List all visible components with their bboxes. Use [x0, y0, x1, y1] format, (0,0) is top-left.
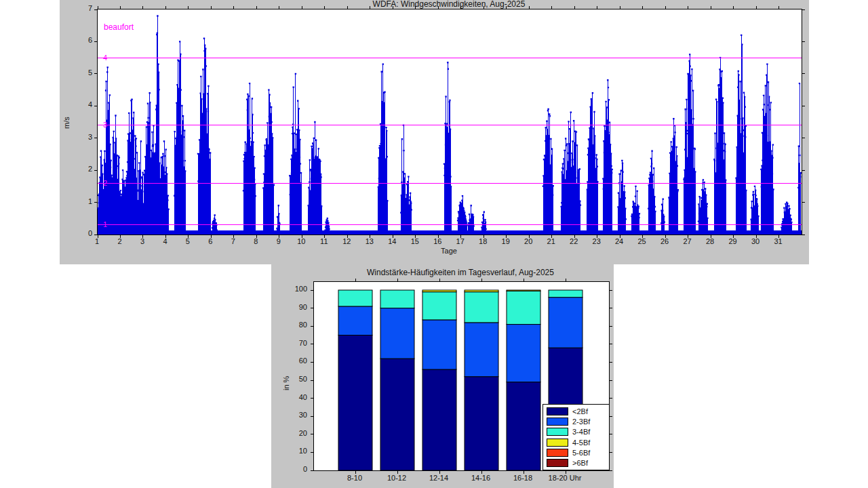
x-tick-label: 23 [593, 237, 601, 246]
bar-segment-<2Bf-12-14 [422, 369, 456, 470]
x-tick-label: 20 [524, 237, 532, 246]
legend-swatch [547, 449, 568, 457]
legend-swatch [547, 439, 568, 447]
legend: <2Bf2-3Bf3-4Bf4-5Bf5-6Bf>6Bf [542, 404, 610, 470]
legend-label: >6Bf [572, 459, 588, 467]
x-tick-label: 21 [547, 237, 555, 246]
beaufort-line-label-1: 1 [103, 220, 107, 228]
x-tick-label: 8 [254, 237, 258, 246]
legend-item->6Bf: >6Bf [547, 458, 605, 468]
y-tick-label: 40 [288, 393, 307, 402]
y-tick-label: 0 [288, 465, 307, 474]
wind-speed-ylabel: m/s [62, 117, 71, 129]
x-tick-label: 29 [728, 237, 736, 246]
y-tick-label: 1 [72, 197, 92, 206]
x-tick-label: 3 [140, 237, 144, 246]
legend-item-2-3Bf: 2-3Bf [547, 417, 605, 426]
y-tick-label: 50 [288, 375, 307, 384]
legend-label: 3-4Bf [572, 428, 590, 436]
legend-item-3-4Bf: 3-4Bf [547, 427, 605, 436]
wind-speed-xlabel: Tage [441, 247, 457, 255]
x-tick-label: 1 [95, 237, 99, 246]
x-category-label: 18-20 Uhr [549, 474, 582, 483]
x-tick-label: 18 [479, 237, 487, 246]
bar-segment-2-3Bf-12-14 [422, 320, 456, 369]
legend-swatch [547, 418, 568, 426]
wind-frequency-figure: Windstärke-Häufigkeiten im Tagesverlauf,… [271, 264, 614, 488]
legend-item-4-5Bf: 4-5Bf [547, 438, 605, 447]
beaufort-line-label-2: 2 [103, 179, 107, 187]
wind-speed-title: WDFA: Windgeschwindigkeiten, Aug-2025 [373, 0, 526, 9]
legend-label: 4-5Bf [572, 439, 590, 447]
x-tick-label: 11 [320, 237, 328, 246]
y-tick-label: 6 [72, 36, 92, 45]
x-category-label: 12-14 [429, 474, 448, 483]
bar-segment-<2Bf-16-18 [507, 382, 540, 470]
y-tick-label: 80 [288, 321, 307, 329]
bar-segment-2-3Bf-10-12 [380, 308, 414, 359]
x-tick-label: 13 [366, 237, 374, 246]
y-tick-label: 7 [72, 4, 92, 13]
x-tick-label: 10 [297, 237, 305, 246]
bar-segment-2-3Bf-18-20 Uhr [549, 298, 583, 348]
wind-speed-figure: WDFA: Windgeschwindigkeiten, Aug-2025 m/… [60, 0, 809, 264]
x-tick-label: 22 [570, 237, 578, 246]
bar-segment-3-4Bf-12-14 [422, 292, 456, 320]
y-tick-label: 60 [288, 357, 307, 365]
bar-segment-2-3Bf-16-18 [507, 325, 540, 382]
legend-label: 2-3Bf [572, 418, 590, 426]
x-tick-label: 27 [683, 237, 691, 246]
bar-segment-4-5Bf-14-16 [465, 290, 498, 292]
bar-segment-3-4Bf-14-16 [465, 292, 498, 323]
x-tick-label: 4 [163, 237, 167, 246]
x-tick-label: 9 [277, 237, 281, 246]
x-category-label: 8-10 [347, 474, 362, 483]
x-tick-label: 16 [433, 237, 441, 246]
y-tick-label: 5 [72, 68, 92, 77]
bar-segment-<2Bf-8-10 [338, 336, 372, 471]
x-tick-label: 6 [208, 237, 212, 246]
y-tick-label: 100 [288, 285, 307, 293]
bar-segment-3-4Bf-10-12 [380, 290, 414, 308]
y-tick-label: 30 [288, 411, 307, 420]
y-tick-label: 90 [288, 303, 307, 312]
y-tick-label: 2 [72, 165, 92, 174]
x-tick-label: 30 [751, 237, 760, 246]
y-tick-label: 3 [72, 133, 92, 142]
bar-segment-<2Bf-10-12 [380, 359, 414, 470]
bar-segment-<2Bf-14-16 [465, 377, 498, 470]
beaufort-line-label-3: 3 [103, 121, 107, 129]
legend-label: 5-6Bf [572, 449, 590, 457]
bar-segment-3-4Bf-16-18 [507, 291, 540, 324]
x-tick-label: 24 [615, 237, 623, 246]
y-tick-label: 4 [72, 100, 92, 109]
wind-frequency-ylabel: in % [282, 376, 290, 390]
x-tick-label: 14 [388, 237, 396, 246]
x-category-label: 10-12 [387, 474, 406, 483]
legend-item-<2Bf: <2Bf [547, 407, 605, 416]
bar-segment-3-4Bf-8-10 [338, 290, 372, 306]
x-category-label: 14-16 [471, 474, 490, 483]
x-tick-label: 2 [117, 237, 121, 246]
x-tick-label: 26 [660, 237, 669, 246]
y-tick-label: 10 [288, 447, 307, 455]
wind-frequency-plot-area: <2Bf2-3Bf3-4Bf4-5Bf5-6Bf>6Bf [313, 281, 610, 471]
x-tick-label: 12 [342, 237, 351, 246]
wind-speed-chart: 1234beaufort [98, 9, 802, 235]
legend-item-5-6Bf: 5-6Bf [547, 448, 605, 458]
bar-segment-4-5Bf-16-18 [507, 290, 540, 291]
screenshot-canvas: WDFA: Windgeschwindigkeiten, Aug-2025 m/… [0, 0, 868, 488]
x-tick-label: 5 [186, 237, 190, 246]
bar-segment-4-5Bf-12-14 [422, 290, 456, 292]
beaufort-line-label-4: 4 [103, 54, 107, 62]
x-tick-label: 31 [774, 237, 782, 246]
bar-segment-2-3Bf-14-16 [465, 323, 498, 377]
legend-label: <2Bf [572, 407, 588, 415]
calm-baseline-band [98, 230, 802, 235]
x-category-label: 16-18 [513, 474, 532, 483]
y-tick-label: 0 [72, 229, 92, 238]
wind-frequency-title: Windstärke-Häufigkeiten im Tagesverlauf,… [367, 268, 554, 277]
x-tick-label: 7 [231, 237, 235, 246]
legend-swatch [547, 428, 568, 436]
x-tick-label: 25 [637, 237, 646, 246]
